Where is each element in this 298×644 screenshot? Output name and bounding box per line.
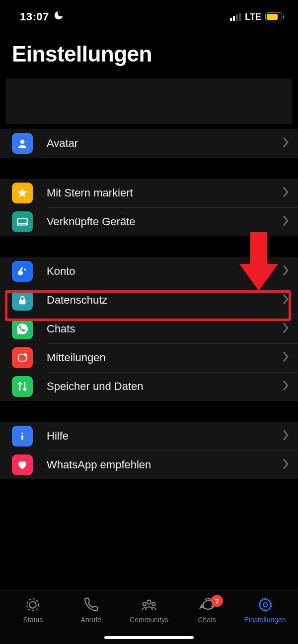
row-label: WhatsApp empfehlen [33, 458, 283, 471]
chevron-right-icon [283, 459, 289, 471]
settings-list: Avatar Mit Stern markiert Verknüpfte Ger… [0, 77, 298, 590]
row-label: Verknüpfte Geräte [33, 215, 283, 228]
row-label: Mit Stern markiert [33, 187, 283, 199]
tab-chats[interactable]: 7 Chats [178, 597, 236, 624]
network-label: LTE [245, 12, 261, 22]
svg-point-17 [152, 602, 155, 605]
row-label: Chats [33, 322, 283, 335]
row-help[interactable]: Hilfe [0, 422, 298, 451]
chevron-right-icon [283, 137, 289, 149]
heart-icon [12, 454, 33, 475]
devices-icon [12, 211, 33, 232]
page-title: Einstellungen [0, 28, 298, 77]
lock-icon [12, 290, 33, 311]
row-starred[interactable]: Mit Stern markiert [0, 179, 298, 207]
star-icon [12, 183, 33, 203]
chevron-right-icon [283, 187, 289, 199]
row-chats[interactable]: Chats [0, 315, 298, 343]
row-notifications[interactable]: Mitteilungen [0, 343, 298, 372]
row-privacy[interactable]: Datenschutz [0, 286, 298, 315]
tab-label: Anrufe [81, 616, 101, 624]
avatar-icon [12, 133, 33, 154]
tab-label: Status [23, 616, 43, 624]
key-icon [12, 261, 33, 282]
svg-point-16 [143, 602, 146, 605]
row-account[interactable]: Konto [0, 257, 298, 286]
row-share[interactable]: WhatsApp empfehlen [0, 451, 298, 479]
row-label: Avatar [33, 137, 283, 150]
storage-icon [12, 376, 33, 397]
tab-badge: 7 [211, 595, 223, 607]
info-icon [12, 426, 33, 447]
chevron-right-icon [283, 323, 289, 335]
svg-point-18 [263, 603, 267, 607]
signal-bars-icon [230, 13, 241, 21]
chevron-right-icon [283, 216, 289, 228]
row-label: Hilfe [33, 430, 283, 443]
row-avatar[interactable]: Avatar [0, 129, 298, 158]
svg-rect-6 [24, 268, 26, 271]
chevron-right-icon [283, 265, 289, 277]
svg-point-10 [21, 433, 23, 435]
battery-icon [265, 12, 284, 21]
profile-card[interactable] [6, 78, 292, 124]
svg-rect-7 [19, 300, 26, 304]
tab-label: Communitys [130, 616, 168, 624]
tab-settings[interactable]: Einstellungen [236, 597, 294, 624]
tab-label: Chats [198, 616, 217, 624]
status-time: 13:07 [20, 10, 49, 23]
tab-bar: Status Anrufe Communitys 7 Chats Einstel… [0, 590, 298, 644]
row-label: Konto [33, 265, 283, 278]
tab-status[interactable]: Status [4, 597, 62, 624]
row-label: Speicher und Daten [33, 380, 283, 393]
row-label: Datenschutz [33, 294, 283, 307]
tab-communities[interactable]: Communitys [120, 597, 178, 624]
home-indicator[interactable] [104, 636, 194, 639]
tab-label: Einstellungen [244, 616, 286, 624]
svg-point-15 [147, 600, 151, 604]
svg-point-9 [24, 353, 27, 356]
svg-rect-2 [17, 219, 27, 225]
notification-icon [12, 347, 33, 368]
status-bar: 13:07 LTE [0, 0, 298, 28]
row-storage[interactable]: Speicher und Daten [0, 372, 298, 401]
row-label: Mitteilungen [33, 351, 283, 364]
chevron-right-icon [283, 430, 289, 442]
svg-point-13 [30, 601, 36, 608]
svg-point-14 [27, 599, 39, 611]
row-devices[interactable]: Verknüpfte Geräte [0, 207, 298, 236]
svg-rect-11 [21, 435, 23, 440]
svg-point-0 [20, 139, 25, 144]
dnd-moon-icon [53, 10, 64, 24]
chevron-right-icon [283, 352, 289, 364]
tab-calls[interactable]: Anrufe [62, 597, 120, 624]
whatsapp-icon [12, 319, 33, 339]
chevron-right-icon [283, 381, 289, 392]
chevron-right-icon [283, 294, 289, 306]
